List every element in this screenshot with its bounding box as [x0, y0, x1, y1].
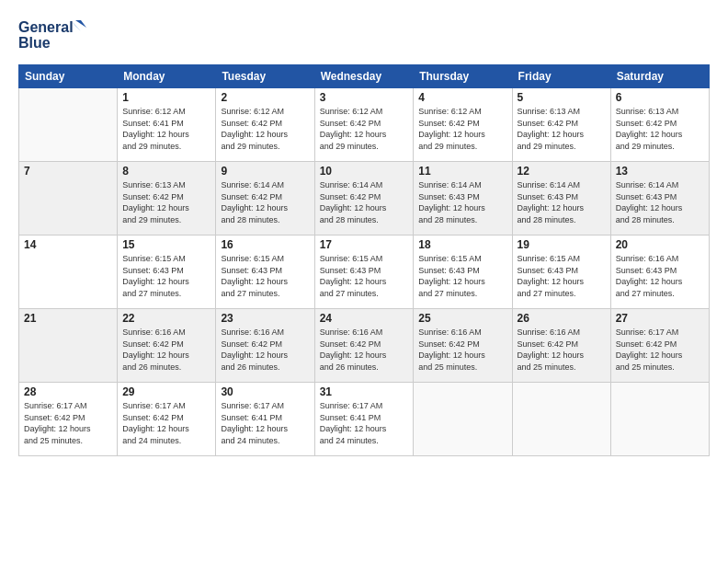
calendar-cell: 26Sunrise: 6:16 AM Sunset: 6:42 PM Dayli…: [512, 309, 610, 383]
calendar-cell: 30Sunrise: 6:17 AM Sunset: 6:41 PM Dayli…: [216, 383, 314, 456]
day-info: Sunrise: 6:15 AM Sunset: 6:43 PM Dayligh…: [418, 253, 506, 299]
calendar-cell: 11Sunrise: 6:14 AM Sunset: 6:43 PM Dayli…: [414, 162, 512, 236]
day-info: Sunrise: 6:12 AM Sunset: 6:41 PM Dayligh…: [122, 106, 210, 152]
day-number: 22: [122, 312, 210, 325]
day-info: Sunrise: 6:14 AM Sunset: 6:43 PM Dayligh…: [616, 179, 704, 225]
calendar-cell: 23Sunrise: 6:16 AM Sunset: 6:42 PM Dayli…: [216, 309, 314, 383]
weekday-header-sunday: Sunday: [19, 65, 118, 88]
day-number: 17: [320, 238, 409, 251]
calendar-cell: 27Sunrise: 6:17 AM Sunset: 6:42 PM Dayli…: [610, 309, 709, 383]
day-info: Sunrise: 6:12 AM Sunset: 6:42 PM Dayligh…: [320, 106, 409, 152]
svg-text:Blue: Blue: [18, 35, 51, 51]
calendar-cell: 31Sunrise: 6:17 AM Sunset: 6:41 PM Dayli…: [314, 383, 414, 456]
day-number: 31: [320, 385, 409, 398]
calendar-cell: 1Sunrise: 6:12 AM Sunset: 6:41 PM Daylig…: [118, 88, 216, 162]
day-info: Sunrise: 6:15 AM Sunset: 6:43 PM Dayligh…: [221, 253, 309, 299]
day-info: Sunrise: 6:16 AM Sunset: 6:42 PM Dayligh…: [221, 327, 309, 373]
day-info: Sunrise: 6:14 AM Sunset: 6:43 PM Dayligh…: [418, 179, 506, 225]
calendar-cell: [19, 88, 118, 162]
weekday-header-thursday: Thursday: [414, 65, 512, 88]
calendar-cell: 22Sunrise: 6:16 AM Sunset: 6:42 PM Dayli…: [118, 309, 216, 383]
calendar-cell: 8Sunrise: 6:13 AM Sunset: 6:42 PM Daylig…: [118, 162, 216, 236]
day-info: Sunrise: 6:17 AM Sunset: 6:41 PM Dayligh…: [221, 400, 309, 446]
logo: GeneralBlue: [18, 17, 92, 55]
calendar-week-3: 1415Sunrise: 6:15 AM Sunset: 6:43 PM Day…: [19, 236, 710, 309]
day-number: 23: [221, 312, 309, 325]
day-number: 11: [418, 165, 506, 178]
svg-marker-3: [75, 20, 86, 28]
calendar-table: SundayMondayTuesdayWednesdayThursdayFrid…: [18, 64, 710, 456]
calendar-cell: 18Sunrise: 6:15 AM Sunset: 6:43 PM Dayli…: [414, 236, 512, 309]
calendar-cell: 14: [19, 236, 118, 309]
day-number: 28: [24, 385, 112, 398]
calendar-cell: 15Sunrise: 6:15 AM Sunset: 6:43 PM Dayli…: [118, 236, 216, 309]
day-number: 20: [616, 238, 704, 251]
day-info: Sunrise: 6:17 AM Sunset: 6:42 PM Dayligh…: [24, 400, 112, 446]
calendar-cell: 17Sunrise: 6:15 AM Sunset: 6:43 PM Dayli…: [314, 236, 414, 309]
day-info: Sunrise: 6:16 AM Sunset: 6:42 PM Dayligh…: [518, 327, 606, 373]
day-info: Sunrise: 6:16 AM Sunset: 6:42 PM Dayligh…: [122, 327, 210, 373]
day-number: 12: [518, 165, 606, 178]
day-info: Sunrise: 6:14 AM Sunset: 6:42 PM Dayligh…: [320, 179, 409, 225]
day-info: Sunrise: 6:13 AM Sunset: 6:42 PM Dayligh…: [518, 106, 606, 152]
day-number: 18: [418, 238, 506, 251]
calendar-cell: 19Sunrise: 6:15 AM Sunset: 6:43 PM Dayli…: [512, 236, 610, 309]
day-info: Sunrise: 6:16 AM Sunset: 6:42 PM Dayligh…: [320, 327, 409, 373]
day-info: Sunrise: 6:16 AM Sunset: 6:43 PM Dayligh…: [616, 253, 704, 299]
day-number: 29: [122, 385, 210, 398]
day-info: Sunrise: 6:15 AM Sunset: 6:43 PM Dayligh…: [122, 253, 210, 299]
day-number: 7: [24, 165, 112, 178]
day-number: 15: [122, 238, 210, 251]
calendar-cell: [610, 383, 709, 456]
weekday-header-friday: Friday: [512, 65, 610, 88]
calendar-week-1: 1Sunrise: 6:12 AM Sunset: 6:41 PM Daylig…: [19, 88, 710, 162]
day-number: 16: [221, 238, 309, 251]
calendar-cell: [414, 383, 512, 456]
day-number: 10: [320, 165, 409, 178]
calendar-cell: 24Sunrise: 6:16 AM Sunset: 6:42 PM Dayli…: [314, 309, 414, 383]
day-number: 2: [221, 91, 309, 104]
calendar-week-2: 78Sunrise: 6:13 AM Sunset: 6:42 PM Dayli…: [19, 162, 710, 236]
day-number: 6: [616, 91, 704, 104]
day-number: 1: [122, 91, 210, 104]
calendar-cell: 13Sunrise: 6:14 AM Sunset: 6:43 PM Dayli…: [610, 162, 709, 236]
weekday-header-wednesday: Wednesday: [314, 65, 414, 88]
day-info: Sunrise: 6:12 AM Sunset: 6:42 PM Dayligh…: [418, 106, 506, 152]
day-info: Sunrise: 6:17 AM Sunset: 6:42 PM Dayligh…: [616, 327, 704, 373]
calendar-cell: 6Sunrise: 6:13 AM Sunset: 6:42 PM Daylig…: [610, 88, 709, 162]
day-number: 9: [221, 165, 309, 178]
day-info: Sunrise: 6:17 AM Sunset: 6:41 PM Dayligh…: [320, 400, 409, 446]
day-number: 8: [122, 165, 210, 178]
day-number: 24: [320, 312, 409, 325]
day-info: Sunrise: 6:17 AM Sunset: 6:42 PM Dayligh…: [122, 400, 210, 446]
calendar-cell: 28Sunrise: 6:17 AM Sunset: 6:42 PM Dayli…: [19, 383, 118, 456]
weekday-header-row: SundayMondayTuesdayWednesdayThursdayFrid…: [19, 65, 710, 88]
svg-text:General: General: [18, 19, 74, 35]
calendar-cell: 21: [19, 309, 118, 383]
day-number: 26: [518, 312, 606, 325]
day-info: Sunrise: 6:16 AM Sunset: 6:42 PM Dayligh…: [418, 327, 506, 373]
calendar-cell: 2Sunrise: 6:12 AM Sunset: 6:42 PM Daylig…: [216, 88, 314, 162]
page-header: GeneralBlue: [18, 17, 710, 55]
day-info: Sunrise: 6:12 AM Sunset: 6:42 PM Dayligh…: [221, 106, 309, 152]
day-number: 4: [418, 91, 506, 104]
day-number: 19: [518, 238, 606, 251]
day-number: 21: [24, 312, 112, 325]
weekday-header-tuesday: Tuesday: [216, 65, 314, 88]
calendar-cell: 9Sunrise: 6:14 AM Sunset: 6:42 PM Daylig…: [216, 162, 314, 236]
day-number: 30: [221, 385, 309, 398]
day-number: 27: [616, 312, 704, 325]
calendar-cell: 4Sunrise: 6:12 AM Sunset: 6:42 PM Daylig…: [414, 88, 512, 162]
calendar-week-5: 28Sunrise: 6:17 AM Sunset: 6:42 PM Dayli…: [19, 383, 710, 456]
calendar-cell: 16Sunrise: 6:15 AM Sunset: 6:43 PM Dayli…: [216, 236, 314, 309]
day-info: Sunrise: 6:14 AM Sunset: 6:42 PM Dayligh…: [221, 179, 309, 225]
day-number: 14: [24, 238, 112, 251]
calendar-week-4: 2122Sunrise: 6:16 AM Sunset: 6:42 PM Day…: [19, 309, 710, 383]
calendar-cell: 29Sunrise: 6:17 AM Sunset: 6:42 PM Dayli…: [118, 383, 216, 456]
day-number: 13: [616, 165, 704, 178]
day-number: 3: [320, 91, 409, 104]
calendar-cell: 20Sunrise: 6:16 AM Sunset: 6:43 PM Dayli…: [610, 236, 709, 309]
calendar-cell: 12Sunrise: 6:14 AM Sunset: 6:43 PM Dayli…: [512, 162, 610, 236]
day-number: 5: [518, 91, 606, 104]
day-info: Sunrise: 6:15 AM Sunset: 6:43 PM Dayligh…: [518, 253, 606, 299]
